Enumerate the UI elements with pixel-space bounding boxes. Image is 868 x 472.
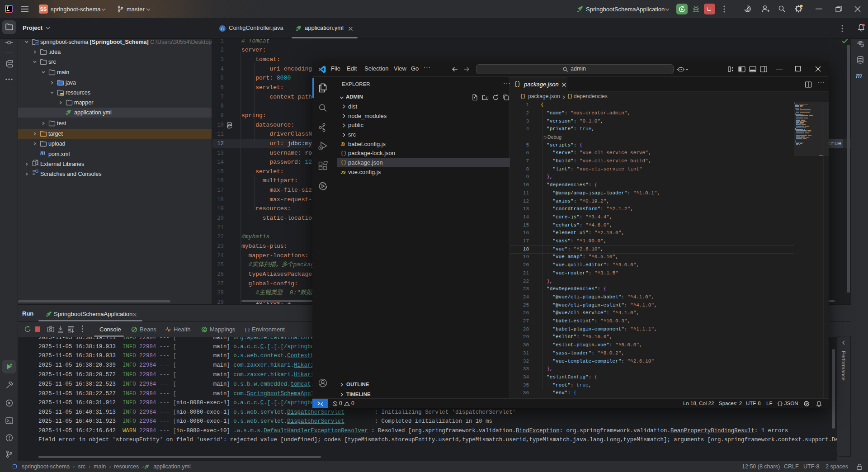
svg-text:C: C — [221, 26, 224, 31]
svg-text:{}: {} — [244, 327, 250, 333]
